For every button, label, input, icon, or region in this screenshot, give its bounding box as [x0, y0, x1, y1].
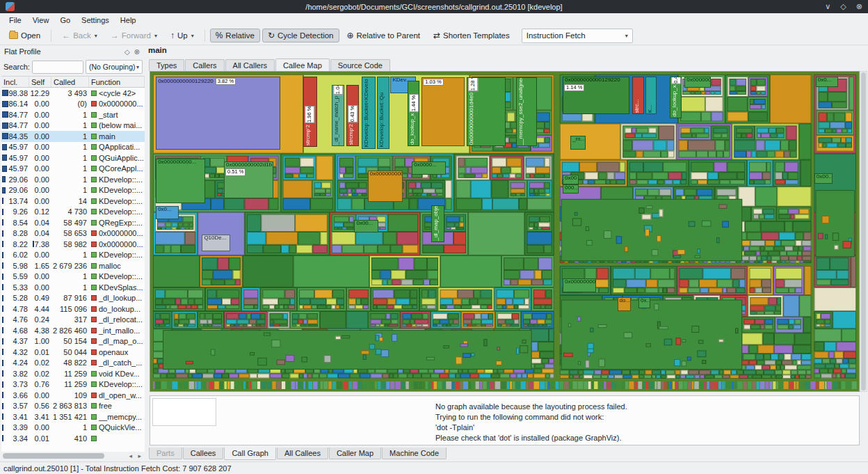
menu-view[interactable]: View — [27, 15, 55, 26]
cycle-detection-toggle[interactable]: ↻ Cycle Detection — [262, 29, 339, 42]
table-row[interactable]: 84.770.001_start — [1, 109, 145, 120]
relative-to-parent-toggle[interactable]: ⊕ Relative to Parent — [341, 29, 426, 42]
vertical-scrollbar[interactable] — [860, 71, 867, 392]
table-row[interactable]: 45.970.001QApplicati... — [1, 142, 145, 153]
menu-help[interactable]: Help — [115, 15, 142, 26]
table-row[interactable]: 3.660.00109dl_open_w... — [1, 390, 145, 401]
table-row[interactable]: 45.970.001QGuiApplic... — [1, 152, 145, 164]
treemap-cell[interactable]: 0x00 — [563, 175, 579, 184]
treemap-cell[interactable]: do... — [618, 297, 631, 311]
treemap-cell[interactable]: 0x0000000002d1b100.51 % — [224, 161, 273, 198]
menu-go[interactable]: Go — [54, 15, 76, 26]
treemap-cell[interactable]: 0x0... — [156, 206, 179, 219]
up-button[interactable]: ↑ Up ▾ — [165, 29, 200, 42]
tab-all-callers[interactable]: All Callers — [225, 59, 275, 71]
treemap-cell[interactable]: strcmp'21.96 % — [303, 77, 317, 147]
tab-all-callees[interactable]: All Callees — [277, 448, 328, 459]
treemap-cell[interactable]: _dl_map_object... — [431, 205, 444, 242]
tab-callee-map[interactable]: Callee Map — [275, 58, 330, 71]
relative-toggle[interactable]: % Relative — [210, 29, 260, 42]
table-row[interactable]: 5.330.001KDevSplas... — [1, 282, 145, 293]
tab-callers[interactable]: Callers — [185, 59, 224, 71]
treemap-cell[interactable]: 0x00... — [814, 173, 833, 184]
column-self[interactable]: Self — [29, 77, 51, 87]
treemap-cell[interactable]: 0x0... — [816, 77, 839, 88]
maximize-icon[interactable]: ◇ — [840, 2, 846, 11]
forward-button[interactable]: → Forward ▾ — [105, 29, 163, 42]
scrollbar-thumb[interactable] — [861, 72, 866, 390]
treemap-cell[interactable]: __memcpy_sse2_unaligned1.39 % — [516, 77, 538, 146]
float-icon[interactable]: ◇ — [122, 48, 132, 56]
treemap-cell[interactable]: 0x00000000001292203.82 % — [156, 77, 280, 150]
treemap-cell[interactable]: _m... — [570, 136, 585, 150]
table-row[interactable]: 4.240.0248 822_dl_catch_... — [1, 358, 145, 369]
treemap-cell[interactable]: _dl_name_match_p1.04 % — [332, 85, 344, 146]
tab-parts[interactable]: Parts — [149, 448, 182, 459]
scroll-right-icon[interactable]: ▸ — [138, 452, 141, 459]
tab-machine-code[interactable]: Machine Code — [382, 448, 447, 459]
grouping-combo[interactable]: (No Grouping) ▾ — [86, 60, 143, 74]
table-row[interactable]: 4.684.382 826 460_int_mallo... — [1, 325, 145, 336]
close-icon[interactable]: ⊗ — [856, 2, 862, 11]
treemap-cell[interactable]: 0x000000000... — [156, 159, 205, 203]
search-input[interactable] — [32, 61, 83, 74]
treemap-cell[interactable]: Q10De... — [202, 235, 230, 251]
tab-caller-map[interactable]: Caller Map — [329, 448, 381, 459]
table-row[interactable]: 3.730.7611 259KDevelop::... — [1, 379, 145, 390]
callee-map[interactable]: 0x00000000001292203.82 %strcmp'21.96 %_d… — [150, 71, 860, 392]
tab-types[interactable]: Types — [149, 59, 184, 71]
tab-source-code[interactable]: Source Code — [330, 59, 390, 71]
table-row[interactable]: 86.140.00(0)0x0000000... — [1, 99, 145, 110]
column-incl[interactable]: Incl. — [1, 77, 29, 87]
table-row[interactable]: 6.020.001KDevelop::... — [1, 250, 145, 261]
table-row[interactable]: 84.350.001main — [1, 131, 145, 142]
tab-callees[interactable]: Callees — [183, 448, 224, 459]
treemap-cell[interactable]: 0x0000... — [412, 161, 446, 175]
treemap-cell[interactable]: 0x00000000001d4e01.28 % — [467, 77, 505, 146]
treemap-cell[interactable]: do_lookup_x1.44 % — [408, 81, 419, 146]
close-dock-icon[interactable]: ⊗ — [132, 48, 142, 56]
table-row[interactable]: 8.540.0458 497QRegExp::... — [1, 217, 145, 228]
menu-file[interactable]: File — [3, 15, 27, 26]
tab-call-graph[interactable]: Call Graph — [224, 448, 276, 460]
back-button[interactable]: ← Back ▾ — [56, 29, 103, 42]
table-row[interactable]: 29.060.001KDevelop::... — [1, 185, 145, 196]
scroll-left-icon[interactable]: ◂ — [129, 452, 132, 459]
menu-settings[interactable]: Settings — [76, 15, 115, 26]
treemap-cell[interactable]: 0x00000000034be8 — [368, 171, 403, 202]
treemap-cell[interactable]: strcmp'20.43 % — [346, 85, 358, 146]
table-row[interactable]: 8.227.3858 9820x0000000... — [1, 239, 145, 250]
minimize-icon[interactable]: ∨ — [825, 2, 830, 11]
table-row[interactable]: 29.060.001KDevelop::... — [1, 174, 145, 185]
table-row[interactable]: 84.770.001(below mai... — [1, 120, 145, 132]
treemap-cell[interactable]: strc... — [632, 77, 644, 114]
scrollbar-thumb[interactable] — [3, 453, 104, 459]
treemap-cell[interactable]: 000... — [563, 184, 579, 193]
column-called[interactable]: Called — [51, 77, 89, 87]
table-row[interactable]: 5.280.4987 916_dl_lookup... — [1, 293, 145, 304]
open-button[interactable]: Open — [3, 29, 46, 42]
treemap-cell[interactable]: 0x00... — [354, 220, 378, 232]
treemap-cell[interactable]: 0x000000... — [684, 77, 711, 88]
column-function[interactable]: Function — [89, 77, 145, 87]
table-row[interactable]: 9.260.124 730KDevelop::... — [1, 207, 145, 218]
event-type-combo[interactable]: Instruction Fetch ▾ — [522, 29, 633, 43]
table-row[interactable]: 8.280.0458 6530x0000000... — [1, 228, 145, 239]
treemap-cell[interactable]: do_lookup_x0.43 % — [670, 77, 682, 118]
table-row[interactable]: 4.760.24317_dl_relocat... — [1, 315, 145, 326]
table-row[interactable]: 4.320.0150 044openaux — [1, 347, 145, 358]
shorten-templates-toggle[interactable]: ⇄ Shorten Templates — [428, 29, 515, 42]
table-row[interactable]: 3.340.01410 — [1, 433, 145, 444]
table-row[interactable]: 3.820.0211 259void KDev... — [1, 368, 145, 379]
table-row[interactable]: 3.390.001QQuickVie... — [1, 422, 145, 434]
horizontal-scrollbar[interactable]: ◂ ▸ — [1, 452, 145, 460]
table-row[interactable]: 45.970.001QCoreAppl... — [1, 164, 145, 175]
table-row[interactable]: 98.3812.293 493<cycle 42> — [1, 88, 145, 99]
treemap-cell[interactable]: 0x00000000... — [563, 278, 596, 292]
treemap-cell[interactable]: 0x00000000001292201.14 % — [563, 77, 629, 114]
table-row[interactable]: 3.570.562 863 813free — [1, 401, 145, 412]
treemap-cell[interactable]: 1.03 % — [421, 77, 465, 146]
treemap-cell[interactable]: KDevelop::Bucket<KDevelo — [362, 77, 376, 149]
table-row[interactable]: 5.981.652 679 236malloc — [1, 260, 145, 271]
table-row[interactable]: 3.413.411 351 421__memcpy... — [1, 411, 145, 422]
